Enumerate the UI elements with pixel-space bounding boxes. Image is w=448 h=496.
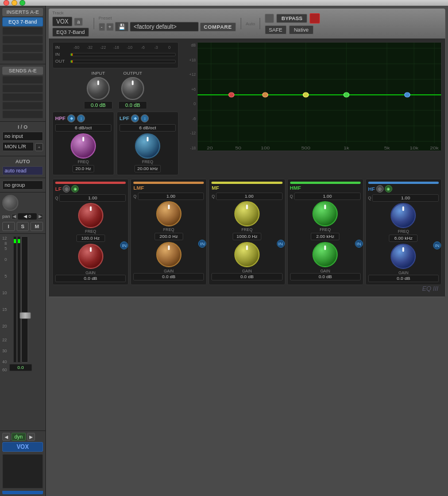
insert-slot-3[interactable] — [2, 36, 43, 44]
safe-btn[interactable]: SAFE — [265, 25, 287, 34]
send-slot-2[interactable] — [2, 84, 43, 93]
fader-thumb[interactable] — [20, 312, 31, 319]
io-controls-panel: IN -60 -32 -22 -16 -10 -6 -3 0 — [52, 42, 179, 175]
insert-slot-1[interactable]: EQ3 7-Band — [2, 17, 43, 26]
volume-fader[interactable] — [21, 236, 28, 363]
hmf-header — [290, 182, 361, 184]
lmf-in-btn[interactable]: IN — [198, 240, 206, 248]
hpf-freq-btn[interactable]: ↕ — [77, 114, 85, 122]
preset-minus-btn[interactable]: - — [99, 23, 105, 31]
hf-label: HF — [368, 186, 375, 192]
lf-gain-knob[interactable] — [78, 244, 103, 269]
lf-label-row: LF ◎ ◉ — [55, 185, 126, 193]
dyn-btn[interactable]: dyn — [11, 433, 26, 441]
hf-icon1[interactable]: ◎ — [376, 185, 384, 193]
preset-plus-btn[interactable]: + — [106, 23, 114, 31]
hmf-band: HMF Q 1.00 FREQ 2.00 kHz — [287, 179, 364, 285]
auto-select[interactable]: auto read — [2, 166, 43, 175]
send-slot-3[interactable] — [2, 93, 43, 101]
input-value: 0.0 dB — [84, 101, 113, 109]
fader-db-display: 0.0 — [9, 364, 32, 371]
hmf-freq-knob[interactable] — [312, 201, 338, 226]
db-label-0: 0 — [182, 102, 196, 106]
lpf-knob[interactable] — [135, 133, 160, 159]
minimize-button[interactable] — [11, 0, 17, 6]
save-icon-btn[interactable] — [265, 14, 274, 23]
hf-icon2[interactable]: ◉ — [385, 185, 392, 193]
fwd-btn[interactable]: ▶ — [27, 433, 35, 441]
lf-freq-knob[interactable] — [78, 203, 103, 228]
mf-freq-label: FREQ — [241, 228, 252, 232]
output-knob[interactable] — [121, 77, 144, 100]
input-monitor-btn[interactable]: I — [2, 222, 15, 231]
preset-save-btn[interactable]: 💾 — [115, 22, 129, 32]
lf-q-label: Q — [55, 196, 58, 200]
hf-freq-knob[interactable] — [391, 203, 416, 228]
solo-btn[interactable]: S — [17, 222, 29, 231]
group-section: no group — [0, 178, 45, 193]
mf-in-btn[interactable]: IN — [277, 240, 285, 248]
lf-icon1[interactable]: ◎ — [63, 185, 70, 193]
send-slot-5[interactable] — [2, 110, 43, 118]
meter-panel: IN -60 -32 -22 -16 -10 -6 -3 0 — [52, 42, 179, 68]
hmf-freq-label: FREQ — [319, 228, 330, 232]
mf-gain-section: IN — [211, 242, 282, 267]
pan-knob[interactable] — [2, 195, 18, 211]
hmf-in-btn[interactable]: IN — [355, 240, 363, 248]
send-slot-1[interactable] — [2, 76, 43, 84]
native-btn[interactable]: Native — [289, 25, 314, 34]
lf-in-btn[interactable]: IN — [120, 241, 128, 249]
lf-gain-label: GAIN — [55, 271, 126, 275]
output-plus-btn[interactable]: + — [35, 143, 43, 151]
lf-gain-value: 0.0 dB — [55, 275, 126, 282]
divider-3 — [260, 18, 260, 29]
hmf-gain-knob[interactable] — [312, 242, 338, 267]
close-button[interactable] — [3, 0, 9, 6]
lpf-freq-section: FREQ 20.00 kHz — [119, 133, 176, 172]
back-btn[interactable]: ◀ — [2, 433, 10, 441]
lf-band: LF ◎ ◉ Q 1.00 FREQ 100.0 Hz — [52, 179, 129, 285]
compare-btn[interactable]: COMPARE — [200, 22, 236, 32]
hf-in-btn[interactable]: IN — [433, 241, 441, 249]
input-knob[interactable] — [87, 77, 110, 100]
send-slot-4[interactable] — [2, 102, 43, 110]
hpf-slope[interactable]: 6 dB/oct — [55, 124, 111, 132]
maximize-button[interactable] — [20, 0, 25, 6]
lpf-freq-btn[interactable]: ↕ — [141, 114, 149, 122]
hpf-knob[interactable] — [71, 133, 96, 159]
io-graph-row: IN -60 -32 -22 -16 -10 -6 -3 0 — [52, 42, 442, 175]
lmf-gain-knob[interactable] — [156, 242, 181, 267]
lmf-q-label: Q — [133, 194, 136, 198]
close-plugin-btn[interactable] — [310, 13, 320, 24]
mute-btn[interactable]: M — [30, 222, 43, 231]
output-select[interactable]: MON L/R — [2, 142, 34, 151]
output-label: OUTPUT — [123, 71, 142, 76]
insert-slot-5[interactable] — [2, 53, 43, 61]
db-label-18: +18 — [182, 58, 196, 62]
pan-right-btn[interactable]: ▶ — [37, 214, 43, 220]
mf-dot — [303, 93, 308, 97]
mf-gain-knob[interactable] — [234, 242, 260, 267]
pan-left-btn[interactable]: ◀ — [11, 214, 17, 220]
hf-gain-knob[interactable] — [391, 244, 416, 269]
lpf-slope[interactable]: 6 dB/oct — [119, 124, 176, 132]
track-btn[interactable]: a — [74, 18, 83, 26]
lmf-freq-knob[interactable] — [156, 201, 181, 226]
db-scale: dB +18 +12 +6 0 -6 -12 -18 — [182, 42, 196, 151]
lmf-bar — [133, 182, 204, 184]
hpf-toggle[interactable]: ◆ — [67, 114, 75, 122]
eq-graph[interactable]: 20 50 100 500 1k 5k 10k 20k — [197, 42, 442, 151]
transport-row: ◀ dyn ▶ — [2, 433, 43, 441]
insert-slot-2[interactable] — [2, 27, 43, 35]
bypass-btn[interactable]: BYPASS — [276, 14, 307, 23]
title-bar — [0, 0, 448, 6]
insert-slot-4[interactable] — [2, 44, 43, 52]
lpf-toggle[interactable]: ◆ — [131, 114, 139, 122]
group-select[interactable]: no group — [2, 180, 43, 190]
lmf-gain-section: IN — [133, 242, 204, 267]
input-select[interactable]: no input — [2, 132, 43, 141]
preset-select[interactable]: <factory default> — [130, 22, 199, 32]
mf-freq-knob[interactable] — [234, 201, 260, 226]
track-header-label: Track — [52, 10, 89, 16]
lf-icon2[interactable]: ◉ — [71, 185, 79, 193]
